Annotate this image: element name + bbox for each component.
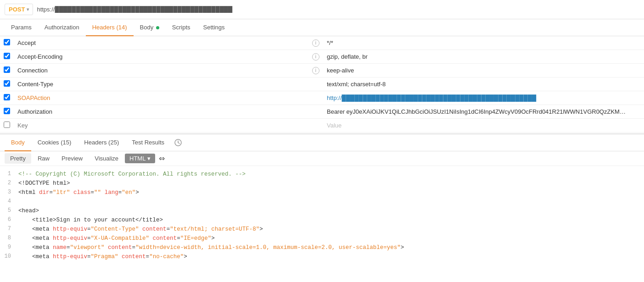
table-row: Value (0, 119, 644, 133)
code-line: 3 <html dir="ltr" class="" lang="en"> (0, 188, 644, 197)
format-tab-preview[interactable]: Preview (56, 153, 88, 164)
header-value: http://█████████████████████████████████… (327, 94, 536, 101)
response-section: Body Cookies (15) Headers (25) Test Resu… (0, 133, 644, 265)
url-input[interactable] (37, 6, 639, 13)
tab-headers[interactable]: Headers (14) (86, 19, 134, 36)
header-key: Content-Type (17, 81, 53, 88)
header-value: text/xml; charset=utf-8 (327, 81, 386, 88)
header-value: gzip, deflate, br (327, 53, 368, 60)
header-key: Accept (17, 39, 36, 46)
row-checkbox[interactable] (4, 80, 10, 87)
method-label: POST (9, 6, 25, 13)
code-line: 6 <title>Sign in to your account</title> (0, 216, 644, 225)
row-checkbox[interactable] (4, 122, 10, 128)
code-line: 8 <meta http-equiv="X-UA-Compatible" con… (0, 234, 644, 243)
code-area: 1 <!-- Copyright (C) Microsoft Corporati… (0, 166, 644, 265)
format-tab-visualize[interactable]: Visualize (89, 153, 124, 164)
header-key: Accept-Encoding (17, 53, 62, 60)
response-tab-headers[interactable]: Headers (25) (78, 134, 125, 151)
code-line: 1 <!-- Copyright (C) Microsoft Corporati… (0, 170, 644, 179)
header-value: */* (327, 39, 333, 46)
row-checkbox[interactable] (4, 66, 10, 73)
info-icon[interactable]: i (312, 67, 319, 74)
header-value: Bearer eyJ0eXAiOiJKV1QiLCJhbGciOiJSUzI1N… (327, 108, 630, 115)
clock-icon-wrapper (174, 139, 182, 146)
table-row: Accept i */* (0, 36, 644, 50)
row-checkbox[interactable] (4, 94, 10, 100)
code-line: 9 <meta name="viewport" content="width=d… (0, 243, 644, 252)
request-tabs: Params Authorization Headers (14) Body S… (0, 19, 644, 36)
format-tabs: Pretty Raw Preview Visualize HTML ▾ ⇔ (0, 151, 644, 166)
tab-settings[interactable]: Settings (197, 19, 231, 36)
value-placeholder: Value (327, 122, 342, 129)
tab-authorization[interactable]: Authorization (38, 19, 86, 36)
new-key-input[interactable] (17, 122, 305, 129)
svg-line-2 (178, 143, 179, 144)
row-checkbox[interactable] (4, 108, 10, 114)
table-row: Connection i keep-alive (0, 64, 644, 77)
header-value: keep-alive (327, 67, 354, 74)
row-checkbox[interactable] (4, 53, 10, 59)
wrap-lines-icon[interactable]: ⇔ (159, 154, 165, 163)
tab-scripts[interactable]: Scripts (166, 19, 197, 36)
response-tab-test-results[interactable]: Test Results (125, 134, 171, 151)
format-tab-raw[interactable]: Raw (32, 153, 55, 164)
format-tab-pretty[interactable]: Pretty (5, 153, 31, 164)
code-line: 7 <meta http-equiv="Content-Type" conten… (0, 225, 644, 234)
select-chevron-icon: ▾ (147, 155, 151, 162)
response-tab-cookies[interactable]: Cookies (15) (31, 134, 78, 151)
table-row: Accept-Encoding i gzip, deflate, br (0, 50, 644, 64)
headers-table: Accept i */* Accept-Encoding i gzip, def… (0, 36, 644, 133)
code-line: 5 <head> (0, 206, 644, 216)
body-dot-icon (156, 26, 159, 29)
url-bar: POST ▾ (0, 0, 644, 19)
table-row: Content-Type text/xml; charset=utf-8 (0, 77, 644, 91)
response-tabs: Body Cookies (15) Headers (25) Test Resu… (0, 134, 644, 151)
header-key: Connection (17, 67, 48, 74)
language-select[interactable]: HTML ▾ (125, 154, 155, 163)
method-chevron-icon: ▾ (27, 7, 29, 12)
header-key: SOAPAction (17, 94, 50, 101)
row-checkbox[interactable] (4, 39, 10, 45)
response-tab-body[interactable]: Body (5, 134, 31, 151)
info-icon[interactable]: i (312, 53, 319, 61)
table-row: Authorization Bearer eyJ0eXAiOiJKV1QiLCJ… (0, 105, 644, 119)
tab-params[interactable]: Params (5, 19, 38, 36)
method-selector[interactable]: POST ▾ (5, 4, 33, 15)
clock-icon (174, 139, 182, 146)
info-icon[interactable]: i (312, 39, 319, 47)
table-row: SOAPAction http://██████████████████████… (0, 91, 644, 105)
tab-body[interactable]: Body (134, 19, 166, 36)
code-line: 2 <!DOCTYPE html> (0, 179, 644, 188)
code-line: 10 <meta http-equiv="Pragma" content="no… (0, 252, 644, 261)
header-key: Authorization (17, 108, 52, 115)
code-line: 4 (0, 197, 644, 206)
